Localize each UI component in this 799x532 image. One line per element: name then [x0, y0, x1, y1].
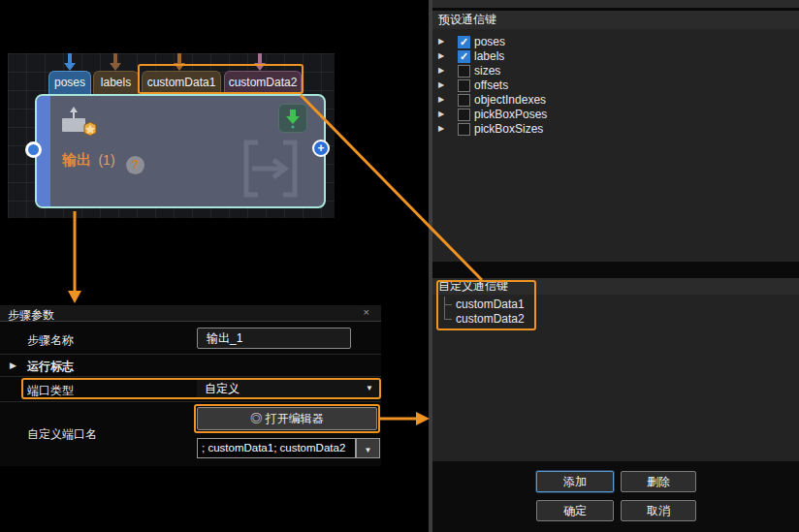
tree-item-label: sizes	[474, 64, 500, 78]
tree-item-label: objectIndexes	[474, 93, 546, 108]
tree-branch-line	[444, 304, 452, 305]
checkbox[interactable]	[458, 94, 470, 107]
port-type-label: 端口类型	[27, 383, 74, 399]
custom-ports-field[interactable]: ; customData1; customData2	[197, 438, 356, 458]
port-tab-customdata2[interactable]: customData2	[224, 71, 302, 94]
tree-item-label: labels	[474, 49, 504, 64]
port-tab-customdata1[interactable]: customData1	[142, 71, 221, 94]
checkbox[interactable]	[458, 109, 470, 121]
arrowhead-down-icon	[68, 291, 81, 303]
tree-item-label: poses	[474, 35, 505, 49]
tree-item-customdata1[interactable]: customData1	[456, 297, 525, 311]
node-instance-number: (1)	[98, 152, 114, 168]
communication-keys-dialog: 预设通信键 ▶ poses ▶ labels ▶ sizes ▶ offsets	[432, 0, 799, 532]
step-icon	[58, 106, 101, 144]
tree-row-poses[interactable]: ▶ poses	[432, 35, 799, 49]
tree-row-sizes[interactable]: ▶ sizes	[432, 64, 799, 78]
step-parameters-panel: 步骤参数 × 步骤名称 输出_1 ▶ 运行标志 端口类型 自定义 ▼ 自定义端口…	[0, 305, 381, 466]
custom-ports-dropdown-button[interactable]: ▼	[356, 438, 380, 458]
port-tab-poses[interactable]: poses	[48, 71, 91, 94]
tree-branch-line	[444, 297, 445, 320]
port-arrow-icon-customdata1	[174, 53, 185, 71]
dropdown-arrow-icon: ▼	[366, 380, 373, 397]
tree-branch-line	[444, 319, 452, 320]
open-editor-button[interactable]: ◎ 打开编辑器	[197, 407, 377, 430]
step-name-input[interactable]: 输出_1	[197, 328, 351, 349]
port-arrow-icon-labels	[110, 53, 121, 71]
screen: poses labels customData1 customData2 输出 …	[0, 0, 799, 532]
output-node[interactable]: 输出 (1) ?	[35, 94, 326, 208]
port-arrow-icon-customdata2	[254, 53, 266, 71]
confirm-button[interactable]: 确定	[536, 500, 614, 521]
preset-keys-tree: ▶ poses ▶ labels ▶ sizes ▶ offsets ▶	[432, 29, 799, 262]
download-button[interactable]	[278, 104, 307, 133]
tree-item-label: offsets	[474, 78, 508, 93]
step-name-label: 步骤名称	[27, 332, 74, 349]
close-icon[interactable]: ×	[364, 306, 369, 318]
checkbox[interactable]	[458, 123, 470, 136]
expander-arrow-icon[interactable]: ▶	[438, 80, 444, 89]
tree-row-pickboxsizes[interactable]: ▶ pickBoxSizes	[432, 122, 799, 137]
node-title-text: 输出	[62, 151, 91, 168]
port-type-dropdown[interactable]: 自定义 ▼	[197, 380, 380, 397]
row-divider	[0, 354, 381, 355]
port-arrow-icon-poses	[64, 53, 76, 71]
custom-port-name-label: 自定义端口名	[27, 426, 97, 443]
expander-arrow-icon[interactable]: ▶	[438, 124, 444, 133]
row-divider	[0, 376, 381, 377]
expander-arrow-icon[interactable]: ▶	[10, 360, 16, 370]
preset-keys-header: 预设通信键	[432, 11, 799, 29]
node-title: 输出 (1) ?	[62, 151, 144, 174]
delete-button[interactable]: 删除	[621, 471, 696, 492]
expander-arrow-icon[interactable]: ▶	[438, 66, 444, 75]
cancel-button[interactable]: 取消	[621, 500, 696, 521]
step-parameters-title: 步骤参数	[8, 307, 54, 324]
custom-keys-header: 自定义通信键	[432, 278, 799, 295]
checkbox[interactable]	[458, 79, 470, 92]
dropdown-arrow-icon: ▼	[365, 446, 372, 454]
port-type-value: 自定义	[205, 382, 240, 395]
custom-keys-tree: customData1 customData2	[432, 295, 799, 461]
tree-row-offsets[interactable]: ▶ offsets	[432, 78, 799, 93]
expander-arrow-icon[interactable]: ▶	[438, 95, 444, 104]
add-port-button[interactable]: +	[312, 140, 330, 157]
dialog-top-strip	[432, 0, 799, 8]
tree-row-objectindexes[interactable]: ▶ objectIndexes	[432, 93, 799, 108]
tree-row-labels[interactable]: ▶ labels	[432, 49, 799, 64]
checkbox[interactable]	[458, 65, 470, 78]
dialog-button-area: 添加 删除 确定 取消	[432, 461, 799, 532]
open-editor-label: 打开编辑器	[266, 412, 324, 425]
expander-arrow-icon[interactable]: ▶	[438, 37, 444, 46]
checkbox[interactable]	[458, 50, 470, 63]
run-flag-label: 运行标志	[27, 359, 74, 375]
arrowhead-right-icon	[416, 412, 430, 425]
add-button[interactable]: 添加	[536, 471, 614, 492]
expander-arrow-icon[interactable]: ▶	[438, 51, 444, 60]
tree-item-label: pickBoxPoses	[474, 108, 547, 122]
step-parameters-header: 步骤参数 ×	[0, 305, 381, 322]
green-down-arrow-icon	[279, 105, 306, 132]
expander-arrow-icon[interactable]: ▶	[438, 110, 444, 118]
node-input-port[interactable]	[25, 141, 42, 158]
port-tab-labels[interactable]: labels	[93, 71, 139, 94]
node-watermark-icon	[239, 137, 303, 201]
tree-row-pickboxposes[interactable]: ▶ pickBoxPoses	[432, 108, 799, 122]
tree-item-customdata2[interactable]: customData2	[456, 312, 525, 326]
checkbox[interactable]	[458, 36, 470, 48]
row-divider	[0, 401, 381, 402]
help-icon[interactable]: ?	[126, 156, 144, 174]
target-icon: ◎	[250, 412, 262, 425]
tree-item-label: pickBoxSizes	[474, 122, 543, 137]
